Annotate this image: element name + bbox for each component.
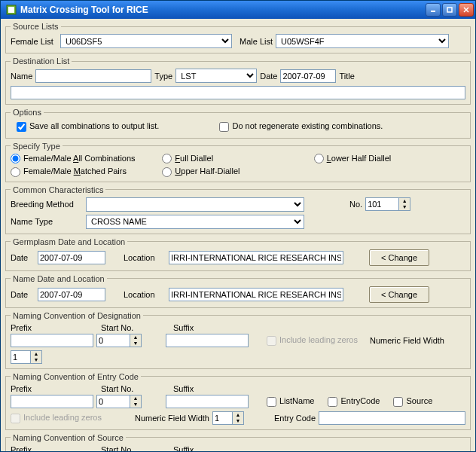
desig-suffix-input[interactable] (166, 334, 249, 347)
naming-designation-group: Naming Convention of Designation Prefix … (5, 311, 471, 369)
name-location-input[interactable] (169, 288, 343, 301)
destination-legend: Destination List (11, 56, 72, 66)
no-label: No. (349, 200, 362, 209)
ec-suffix-label: Suffix (173, 384, 194, 393)
spin-up-icon[interactable]: ▲ (399, 198, 410, 204)
ec-suffix-input[interactable] (166, 395, 249, 408)
male-list-label: Male List (240, 37, 273, 46)
source-legend: Naming Convention of Source (11, 433, 126, 442)
source-lists-group: Source Lists Female List U06DSF5 Male Li… (5, 22, 471, 53)
desig-startno-label: Start No. (101, 323, 170, 332)
desig-prefix-input[interactable] (11, 334, 93, 347)
svg-rect-1 (8, 7, 14, 13)
radio-matched-pairs[interactable]: Female/Male Matched Pairs (11, 166, 162, 177)
namedate-legend: Name Date and Location (11, 274, 107, 283)
ec-numeric-width-label: Numeric Field Width (135, 414, 209, 423)
save-all-checkbox[interactable] (17, 122, 26, 132)
female-list-select[interactable]: U06DSF5 (60, 34, 232, 48)
dest-type-select[interactable]: LST (175, 69, 257, 83)
window-controls (426, 3, 474, 17)
desig-suffix-label: Suffix (173, 323, 194, 332)
germ-location-input[interactable] (169, 251, 343, 264)
svg-rect-3 (447, 8, 452, 12)
dest-name-input[interactable] (35, 69, 151, 83)
ec-entrycode-checkbox[interactable]: EntryCode (328, 396, 380, 407)
germ-location-label: Location (124, 253, 166, 262)
no-regen-text: Do not regenerate existing combinations. (232, 121, 383, 130)
maximize-button[interactable] (442, 3, 457, 17)
name-location-label: Location (124, 290, 166, 299)
minimize-button[interactable] (426, 3, 441, 17)
radio-all-combinations[interactable]: Female/Male All Combinations (11, 154, 162, 164)
dest-title-label: Title (339, 72, 354, 81)
src-startno-label: Start No. (101, 445, 170, 452)
src-prefix-label: Prefix (11, 445, 98, 452)
close-window-button[interactable] (459, 3, 474, 17)
ec-entrycode-field-label: Entry Code (274, 414, 316, 423)
no-regen-checkbox-label[interactable]: Do not regenerate existing combinations. (219, 121, 383, 132)
options-legend: Options (11, 108, 44, 117)
ec-startno-label: Start No. (101, 384, 170, 393)
germplasm-legend: Germplasm Date and Location (11, 237, 127, 246)
name-date-label: Date (11, 290, 35, 299)
name-type-select[interactable]: CROSS NAME (86, 215, 304, 229)
ec-startno-spinner[interactable]: ▲▼ (96, 395, 142, 408)
breeding-method-label: Breeding Method (11, 200, 83, 209)
desig-width-spinner[interactable]: ▲▼ (11, 350, 42, 364)
common-characteristics-group: Common Characteristics Breeding Method N… (5, 185, 471, 234)
designation-legend: Naming Convention of Designation (11, 311, 143, 320)
entrycode-legend: Naming Convention of Entry Code (11, 372, 141, 381)
desig-include-leading: Include leading zeros (267, 335, 358, 346)
window-title: Matrix Crossing Tool for RICE (20, 5, 426, 15)
radio-full-diallel[interactable]: Full Diallel (162, 154, 313, 164)
spin-down-icon[interactable]: ▼ (399, 204, 410, 210)
name-type-label: Name Type (11, 217, 83, 226)
germ-date-label: Date (11, 253, 35, 262)
save-all-checkbox-label[interactable]: Save all combinations to output list. (17, 121, 159, 132)
source-lists-legend: Source Lists (11, 22, 61, 31)
ec-width-spinner[interactable]: ▲▼ (212, 411, 244, 425)
ec-listname-checkbox[interactable]: ListName (267, 396, 314, 407)
titlebar: Matrix Crossing Tool for RICE (1, 1, 475, 19)
app-icon (5, 4, 17, 16)
germ-change-button[interactable]: < Change (369, 249, 429, 266)
dest-date-label: Date (260, 72, 277, 81)
save-all-text: Save all combinations to output list. (29, 121, 159, 130)
name-date-location-group: Name Date and Location Date Location < C… (5, 274, 471, 308)
dest-date-input[interactable] (280, 69, 336, 83)
germplasm-date-location-group: Germplasm Date and Location Date Locatio… (5, 237, 471, 271)
specify-type-legend: Specify Type (11, 142, 63, 151)
no-regen-checkbox[interactable] (219, 122, 229, 132)
common-legend: Common Characteristics (11, 185, 105, 194)
radio-lower-half-diallel[interactable]: Lower Half Diallel (314, 154, 465, 164)
desig-prefix-label: Prefix (11, 323, 98, 332)
male-list-select[interactable]: U05WSF4F (276, 34, 449, 48)
dest-name-label: Name (11, 72, 32, 81)
desig-startno-spinner[interactable]: ▲▼ (96, 334, 142, 347)
naming-entrycode-group: Naming Convention of Entry Code Prefix S… (5, 372, 471, 430)
src-suffix-label: Suffix (173, 445, 194, 452)
dest-type-label: Type (154, 72, 172, 81)
no-spinner[interactable]: ▲▼ (365, 197, 410, 211)
naming-source-group: Naming Convention of Source Prefix Start… (5, 433, 471, 452)
female-list-label: Female List (11, 37, 57, 46)
name-date-input[interactable] (38, 288, 105, 301)
destination-list-group: Destination List Name Type LST Date Titl… (5, 56, 471, 105)
options-group: Options Save all combinations to output … (5, 108, 471, 139)
desig-numeric-width-label: Numeric Field Width (370, 336, 444, 345)
ec-prefix-input[interactable] (11, 395, 93, 408)
breeding-method-select[interactable] (86, 197, 304, 212)
name-change-button[interactable]: < Change (369, 286, 429, 303)
radio-upper-half-diallel[interactable]: Upper Half-Diallel (162, 166, 313, 177)
ec-prefix-label: Prefix (11, 384, 98, 393)
ec-entrycode-field-input[interactable] (319, 411, 465, 425)
dest-title-input[interactable] (11, 86, 465, 99)
ec-include-leading: Include leading zeros (11, 413, 102, 423)
germ-date-input[interactable] (38, 251, 105, 264)
specify-type-group: Specify Type Female/Male All Combination… (5, 142, 471, 182)
ec-source-checkbox[interactable]: Source (393, 396, 432, 407)
